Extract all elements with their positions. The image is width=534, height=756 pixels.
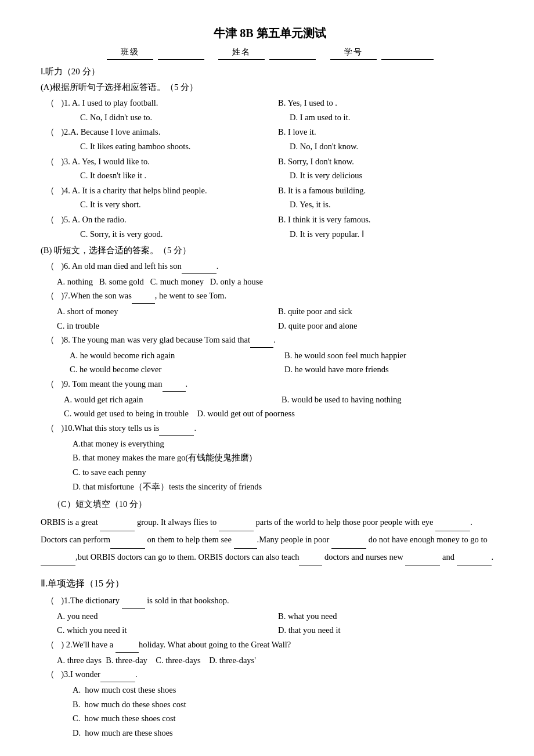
q-content: )6. An old man died and left his son .: [57, 259, 499, 274]
class-blank: [158, 45, 204, 60]
part-b-header: (B) 听短文，选择合适的答案。（5 分）: [41, 243, 499, 258]
q-bracket: （: [41, 125, 57, 153]
q-content: )1.The dictionary is sold in that booksh…: [57, 593, 499, 609]
listening-header: Ⅰ.听力（20 分）: [41, 64, 499, 80]
page-title: 牛津 8B 第五单元测试: [41, 23, 499, 43]
id-label: 学号: [330, 45, 377, 60]
list-item: A. would get rich again B. would be used…: [64, 393, 499, 421]
table-row: （ )1. A. I used to play football. B. Yes…: [41, 96, 499, 124]
q-bracket: （: [41, 421, 57, 436]
table-row: （ )3. A. Yes, I would like to. B. Sorry,…: [41, 154, 499, 183]
q-bracket: （: [41, 259, 57, 274]
q-content: )2.A. Because I love animals. B. I love …: [57, 125, 499, 153]
id-blank: [381, 45, 434, 60]
q-content: )1. A. I used to play football. B. Yes, …: [57, 96, 499, 124]
list-item: A. three days B. three-day C. three-days…: [57, 653, 499, 668]
q-bracket: （: [41, 289, 57, 304]
q-bracket: （: [41, 333, 57, 348]
q-content: )5. A. On the radio. B. I think it is ve…: [57, 213, 499, 241]
list-item: A. he would become rich again B. he woul…: [70, 348, 499, 377]
part-c: （C）短文填空（10 分） ORBIS is a great group. It…: [41, 497, 499, 566]
q-bracket: （: [41, 154, 57, 183]
q-bracket: （: [41, 593, 57, 609]
class-label: 班级: [107, 45, 153, 60]
list-item: A. you need B. what you need C. which yo…: [57, 609, 499, 638]
table-row: （ )3.I wonder .: [41, 667, 499, 682]
part-c-paragraph: ORBIS is a great group. It always flies …: [41, 514, 499, 566]
part-b: (B) 听短文，选择合适的答案。（5 分） （ )6. An old man d…: [41, 243, 499, 494]
table-row: （ )10.What this story tells us is .: [41, 421, 499, 436]
q-bracket: （: [41, 213, 57, 241]
q-bracket: （: [41, 96, 57, 124]
q-content: )10.What this story tells us is .: [57, 421, 499, 436]
subtitle-bar: 班级 姓名 学号: [41, 45, 499, 60]
list-item: A. nothing B. some gold C. much money D.…: [57, 275, 499, 289]
q-content: )9. Tom meant the young man .: [57, 377, 499, 392]
q-content: )4. A. It is a charity that helps blind …: [57, 183, 499, 212]
table-row: （ )7.When the son was , he went to see T…: [41, 289, 499, 304]
list-item: A. how much cost these shoes B. how much…: [73, 683, 499, 740]
table-row: （ )2.A. Because I love animals. B. I lov…: [41, 125, 499, 153]
q-bracket: （: [41, 377, 57, 392]
name-label: 姓名: [218, 45, 265, 60]
q-content: )8. The young man was very glad because …: [57, 333, 499, 348]
q-bracket: （: [41, 183, 57, 212]
name-blank: [269, 45, 316, 60]
part-a-header: (A)根据所听句子选择相应答语。（5 分）: [41, 80, 499, 95]
table-row: （ )1.The dictionary is sold in that book…: [41, 593, 499, 609]
table-row: （ )4. A. It is a charity that helps blin…: [41, 183, 499, 212]
q-content: )3. A. Yes, I would like to. B. Sorry, I…: [57, 154, 499, 183]
mc-header: Ⅱ.单项选择（15 分）: [41, 575, 499, 591]
q-content: )3.I wonder .: [57, 667, 499, 682]
table-row: （ ) 2.We'll have a holiday. What about g…: [41, 638, 499, 653]
table-row: （ )5. A. On the radio. B. I think it is …: [41, 213, 499, 241]
q-bracket: （: [41, 667, 57, 682]
table-row: （ )8. The young man was very glad becaus…: [41, 333, 499, 348]
table-row: （ )6. An old man died and left his son .: [41, 259, 499, 274]
q-content: )7.When the son was , he went to see Tom…: [57, 289, 499, 304]
table-row: （ )9. Tom meant the young man .: [41, 377, 499, 392]
multiple-choice-section: Ⅱ.单项选择（15 分） （ )1.The dictionary is sold…: [41, 575, 499, 740]
part-a: (A)根据所听句子选择相应答语。（5 分） （ )1. A. I used to…: [41, 80, 499, 241]
listening-section: Ⅰ.听力（20 分） (A)根据所听句子选择相应答语。（5 分） （ )1. A…: [41, 64, 499, 566]
q-content: ) 2.We'll have a holiday. What about goi…: [57, 638, 499, 653]
q-bracket: （: [41, 638, 57, 653]
part-c-header: （C）短文填空（10 分）: [52, 497, 499, 512]
list-item: A.that money is everything B. that money…: [73, 437, 499, 494]
list-item: A. short of money B. quite poor and sick…: [57, 304, 499, 333]
